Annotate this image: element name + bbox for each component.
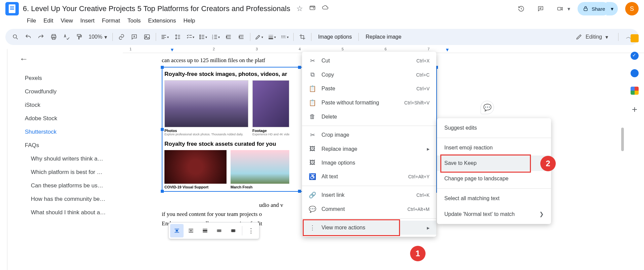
cm-replace-image[interactable]: 🖼Replace image▸ — [302, 142, 436, 156]
crop-icon[interactable] — [297, 32, 308, 42]
bulleted-list-icon[interactable]: ▾ — [198, 32, 208, 42]
cm-alt-text[interactable]: ♿Alt textCtrl+Alt+Y — [302, 170, 436, 184]
increase-indent-icon[interactable] — [236, 32, 247, 42]
sm-change-landscape[interactable]: Change page to landscape — [437, 171, 551, 186]
outline-faq-2[interactable]: Which platform is best for … — [19, 166, 118, 179]
outline-item-faqs[interactable]: FAQs — [19, 139, 118, 152]
cm-view-more[interactable]: ⋮View more actions▸ — [302, 221, 436, 235]
scrollbar-thumb[interactable] — [621, 128, 624, 151]
share-label: Share — [592, 6, 605, 12]
wrap-text-icon[interactable] — [184, 224, 198, 237]
numbered-list-icon[interactable]: 123▾ — [210, 32, 221, 42]
cloud-status-icon[interactable] — [322, 4, 329, 13]
outline-faq-1[interactable]: Why should writers think a… — [19, 152, 118, 166]
tasks-icon[interactable] — [631, 52, 639, 60]
document-title[interactable]: 6. Level Up Your Creative Projects 5 Top… — [23, 4, 290, 13]
menu-edit[interactable]: Edit — [41, 16, 56, 26]
outline-faq-5[interactable]: What should I think about a… — [19, 206, 118, 219]
resize-handle[interactable] — [161, 66, 164, 69]
svg-point-3 — [13, 35, 16, 38]
redo-icon[interactable] — [36, 32, 46, 42]
docs-logo[interactable] — [5, 2, 19, 15]
menu-tools[interactable]: Tools — [125, 16, 144, 26]
share-dropdown[interactable]: ▾ — [606, 2, 618, 15]
indent-marker-icon[interactable]: ▼ — [170, 47, 175, 52]
more-options-icon[interactable]: ⋮ — [244, 224, 258, 237]
account-avatar[interactable]: S — [625, 2, 639, 15]
inline-icon[interactable] — [170, 224, 184, 237]
keep-icon[interactable] — [631, 34, 639, 42]
image-options-button[interactable]: Image options — [315, 34, 355, 40]
front-text-icon[interactable] — [227, 224, 240, 237]
sm-save-to-keep[interactable]: Save to Keep — [437, 155, 551, 171]
border-color-icon[interactable]: ▾ — [254, 32, 264, 42]
undo-icon[interactable] — [23, 32, 34, 42]
thumb-subcaption: Experience HD and 4K vide — [252, 133, 290, 136]
sm-select-matching[interactable]: Select all matching text — [437, 191, 551, 206]
indent-marker-right-icon[interactable]: ▼ — [445, 47, 450, 52]
cm-copy[interactable]: ⧉CopyCtrl+C — [302, 68, 436, 82]
chevron-right-icon: ❯ — [539, 211, 544, 217]
resize-handle[interactable] — [161, 190, 164, 193]
sm-suggest-edits[interactable]: Suggest edits — [437, 120, 551, 136]
decrease-indent-icon[interactable] — [223, 32, 234, 42]
sm-update-normal[interactable]: Update 'Normal text' to match❯ — [437, 206, 551, 222]
cm-delete[interactable]: 🗑Delete — [302, 110, 436, 124]
cm-cut[interactable]: ✂CutCtrl+X — [302, 54, 436, 68]
move-icon[interactable] — [309, 4, 316, 13]
resize-handle[interactable] — [298, 66, 301, 69]
outline-item-shutterstock[interactable]: Shutterstock — [19, 125, 118, 139]
comments-icon[interactable] — [535, 3, 547, 15]
maps-icon[interactable] — [631, 87, 639, 95]
menu-insert[interactable]: Insert — [78, 16, 97, 26]
share-button[interactable]: Share — [578, 2, 610, 15]
add-comment-icon[interactable] — [129, 32, 140, 42]
cm-paste-no-format[interactable]: 📋Paste without formattingCtrl+Shift+V — [302, 96, 436, 110]
history-icon[interactable] — [515, 3, 527, 15]
menu-extensions[interactable]: Extensions — [145, 16, 179, 26]
line-spacing-icon[interactable] — [172, 32, 183, 42]
meet-icon[interactable] — [554, 3, 566, 15]
resize-handle[interactable] — [161, 128, 164, 131]
meet-dropdown-icon[interactable]: ▾ — [567, 6, 570, 12]
border-weight-icon[interactable]: ▾ — [266, 32, 277, 42]
zoom-dropdown[interactable]: 100%▾ — [87, 34, 109, 40]
resize-handle[interactable] — [298, 190, 301, 193]
behind-text-icon[interactable] — [212, 224, 226, 237]
star-icon[interactable]: ☆ — [296, 4, 303, 13]
search-icon[interactable] — [10, 32, 21, 42]
cm-image-options[interactable]: 🖼Image options — [302, 156, 436, 170]
menu-help[interactable]: Help — [181, 16, 198, 26]
outline-item-crowdfundly[interactable]: Crowdfundly — [19, 85, 118, 98]
cm-crop[interactable]: ✂Crop image — [302, 128, 436, 142]
replace-image-button[interactable]: Replace image — [362, 34, 405, 40]
insert-image-icon[interactable] — [142, 32, 152, 42]
border-dash-icon[interactable]: ▾ — [279, 32, 290, 42]
outline-back-icon[interactable]: ← — [19, 54, 118, 64]
editing-mode-button[interactable]: Editing ▾ — [570, 32, 613, 42]
break-text-icon[interactable] — [198, 224, 212, 237]
outline-item-istock[interactable]: iStock — [19, 98, 118, 112]
cm-comment[interactable]: 💬CommentCtrl+Alt+M — [302, 202, 436, 216]
paint-format-icon[interactable] — [74, 32, 85, 42]
add-addon-icon[interactable]: + — [632, 104, 637, 115]
outline-faq-3[interactable]: Can these platforms be us… — [19, 179, 118, 192]
annotation-badge-1: 1 — [410, 246, 426, 261]
outline-faq-4[interactable]: How has the community be… — [19, 192, 118, 206]
align-icon[interactable]: ▾ — [159, 32, 170, 42]
cm-insert-link[interactable]: 🔗Insert linkCtrl+K — [302, 188, 436, 202]
checklist-icon[interactable]: ▾ — [185, 32, 196, 42]
menu-file[interactable]: File — [24, 16, 39, 26]
print-icon[interactable] — [48, 32, 59, 42]
cm-paste[interactable]: 📋PasteCtrl+V — [302, 82, 436, 96]
cut-icon: ✂ — [309, 57, 316, 64]
menu-format[interactable]: Format — [99, 16, 123, 26]
spellcheck-icon[interactable] — [61, 32, 72, 42]
outline-item-adobe-stock[interactable]: Adobe Stock — [19, 112, 118, 125]
menu-view[interactable]: View — [58, 16, 76, 26]
add-comment-bubble[interactable]: 💬 — [481, 101, 494, 114]
insert-link-icon[interactable] — [116, 32, 127, 42]
contacts-icon[interactable] — [631, 69, 639, 77]
outline-item-pexels[interactable]: Pexels — [19, 72, 118, 85]
sm-emoji-reaction[interactable]: Insert emoji reaction — [437, 140, 551, 155]
